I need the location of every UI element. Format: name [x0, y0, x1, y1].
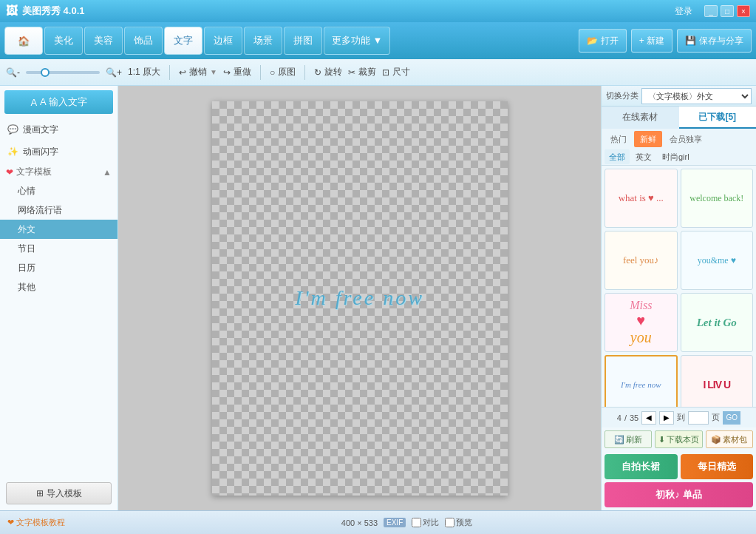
nav-right-actions: 📂 打开 + 新建 💾 保存与分享	[579, 29, 752, 53]
nav-accessories-label: 饰品	[134, 34, 153, 47]
title-bar-controls: _ □ ×	[704, 5, 750, 17]
navigation-bar: 🏠 美化 美容 饰品 文字 边框 场景 拼图 更多功能 ▼ 📂 打开 + 新建 …	[0, 22, 756, 59]
save-button[interactable]: 💾 保存与分享	[677, 29, 752, 53]
holiday-label: 节日	[18, 243, 35, 255]
page-next-button[interactable]: ▶	[659, 411, 674, 425]
save-label: 保存与分享	[699, 35, 743, 47]
classify-select[interactable]: 〈文字模板〉外文	[641, 88, 752, 104]
nav-border[interactable]: 边框	[204, 27, 242, 55]
nav-home[interactable]: 🏠	[4, 27, 43, 55]
daily-label: 每日精选	[698, 460, 736, 473]
sticker-text: welcome back!	[689, 193, 743, 204]
page-prev-button[interactable]: ◀	[641, 411, 656, 425]
filter-english[interactable]: 英文	[631, 149, 656, 164]
page-input[interactable]	[688, 411, 709, 425]
list-item[interactable]: you&me ♥	[681, 231, 754, 290]
sticker-text: you&me ♥	[698, 255, 736, 266]
sidebar-item-comic[interactable]: 💬 漫画文字	[0, 118, 118, 141]
nav-beauty[interactable]: 美化	[44, 27, 83, 55]
nav-scene[interactable]: 场景	[244, 27, 282, 55]
calendar-label: 日历	[18, 262, 35, 274]
refresh-button[interactable]: 🔄 刷新	[605, 430, 652, 448]
miss-you-sticker: Miss ♥ you	[630, 299, 652, 346]
sidebar-item-holiday[interactable]: 节日	[0, 239, 118, 258]
nav-scene-label: 场景	[253, 34, 273, 47]
page-suffix-label: 页	[712, 412, 720, 423]
undo-button[interactable]: ↩ 撤销 ▼	[179, 66, 217, 78]
nav-beauty-label: 美化	[54, 34, 73, 47]
nav-cosmetic[interactable]: 美容	[84, 27, 123, 55]
new-button[interactable]: + 新建	[631, 29, 672, 53]
canvas-area[interactable]: I'm free now	[118, 86, 601, 510]
nav-text[interactable]: 文字	[164, 27, 202, 55]
tab-online[interactable]: 在线素材	[602, 107, 679, 129]
zoom-original-button[interactable]: 1:1 原大	[128, 66, 160, 78]
zoom-in-button[interactable]: 🔍+	[106, 67, 122, 78]
sticker-text: feel you♪	[623, 254, 659, 266]
minimize-button[interactable]: _	[704, 5, 718, 17]
resize-button[interactable]: ⊡ 尺寸	[382, 66, 410, 78]
tutorial-link[interactable]: ❤ 文字模板教程	[7, 517, 65, 528]
toolbar: 🔍- 🔍+ 1:1 原大 ↩ 撤销 ▼ ↪ 重做 ○ 原图 ↻ 旋转 ✂ 裁剪 …	[0, 59, 756, 86]
rotate-button[interactable]: ↻ 旋转	[314, 66, 342, 78]
sidebar-item-mood[interactable]: 心情	[0, 181, 118, 200]
filter-all[interactable]: 全部	[605, 149, 630, 164]
sidebar-item-other[interactable]: 其他	[0, 277, 118, 297]
crop-button[interactable]: ✂ 裁剪	[348, 66, 376, 78]
compare-checkbox[interactable]	[412, 518, 421, 527]
sidebar-item-internet[interactable]: 网络流行语	[0, 200, 118, 220]
nav-text-label: 文字	[174, 34, 193, 47]
daily-selection-button[interactable]: 每日精选	[681, 454, 754, 479]
list-item[interactable]: I LIV U	[681, 355, 754, 407]
zoom-slider[interactable]	[26, 71, 100, 74]
login-link[interactable]: 登录	[675, 5, 692, 18]
promo-buttons: 自拍长裙 每日精选 初秋♪ 单品	[602, 451, 756, 510]
resize-label: 尺寸	[392, 66, 410, 78]
title-bar-left: 🖼 美图秀秀 4.0.1	[6, 4, 85, 18]
filter-fashion[interactable]: 时尚girl	[658, 149, 694, 164]
app-title: 美图秀秀 4.0.1	[22, 4, 85, 18]
subtab-hot-label: 热门	[610, 135, 627, 143]
open-button[interactable]: 📂 打开	[579, 29, 627, 53]
list-item[interactable]: I'm free now	[605, 355, 678, 407]
sidebar-item-animate[interactable]: ✨ 动画闪字	[0, 141, 118, 163]
input-text-button[interactable]: A A 输入文字	[4, 90, 113, 114]
filter-all-label: 全部	[609, 152, 625, 161]
nav-more[interactable]: 更多功能 ▼	[324, 27, 390, 55]
subtab-new[interactable]: 新鲜	[634, 131, 662, 147]
input-text-label: A 输入文字	[40, 95, 87, 109]
subtab-hot[interactable]: 热门	[605, 131, 633, 147]
maximize-button[interactable]: □	[721, 5, 734, 17]
page-go-button[interactable]: GO	[723, 411, 740, 425]
list-item[interactable]: Miss ♥ you	[605, 293, 678, 352]
list-item[interactable]: feel you♪	[605, 231, 678, 290]
original-button[interactable]: ○ 原图	[270, 66, 296, 78]
list-item[interactable]: welcome back!	[681, 169, 754, 228]
subtab-member[interactable]: 会员独享	[664, 131, 708, 147]
title-bar: 🖼 美图秀秀 4.0.1 登录 _ □ ×	[0, 0, 756, 22]
list-item[interactable]: Let it Go	[681, 293, 754, 352]
preview-checkbox-label[interactable]: 预览	[445, 517, 472, 528]
tab-downloaded[interactable]: 已下载[5]	[679, 107, 757, 129]
nav-collage[interactable]: 拼图	[284, 27, 322, 55]
custom-dress-button[interactable]: 自拍长裙	[605, 454, 678, 479]
nav-accessories[interactable]: 饰品	[124, 27, 163, 55]
download-page-button[interactable]: ⬇ 下载本页	[655, 430, 702, 448]
recommend-button[interactable]: 初秋♪ 单品	[605, 482, 753, 507]
download-icon: ⬇	[658, 435, 665, 445]
preview-label: 预览	[456, 517, 472, 528]
rotate-icon: ↻	[314, 67, 321, 78]
zoom-thumb	[41, 68, 50, 77]
redo-button[interactable]: ↪ 重做	[223, 66, 251, 78]
redo-icon: ↪	[223, 67, 231, 78]
zoom-out-button[interactable]: 🔍-	[6, 67, 20, 78]
import-template-button[interactable]: ⊞ 导入模板	[6, 482, 112, 504]
undo-icon: ↩	[179, 67, 186, 78]
compare-checkbox-label[interactable]: 对比	[412, 517, 439, 528]
close-button[interactable]: ×	[737, 5, 750, 17]
list-item[interactable]: what is ♥ ...	[605, 169, 678, 228]
sidebar-item-foreign[interactable]: 外文	[0, 220, 118, 239]
sidebar-item-calendar[interactable]: 日历	[0, 258, 118, 277]
material-pack-button[interactable]: 📦 素材包	[706, 430, 753, 448]
preview-checkbox[interactable]	[445, 518, 454, 527]
